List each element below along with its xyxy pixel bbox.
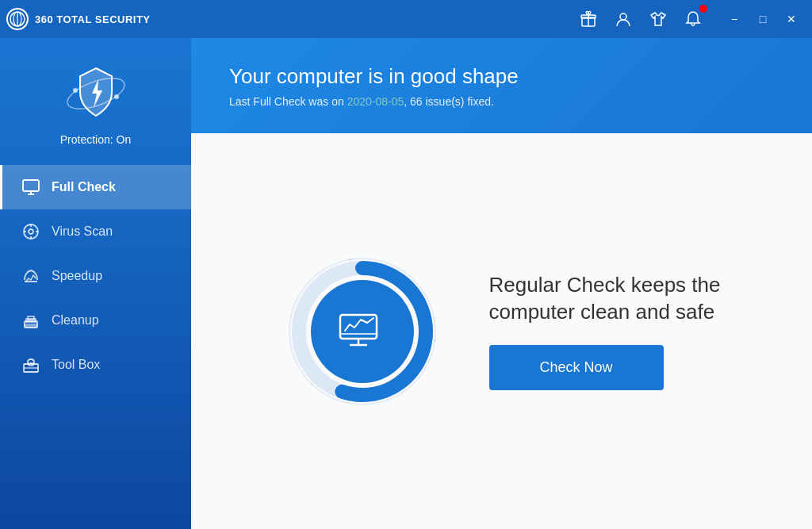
maximize-button[interactable]: □ <box>752 8 774 30</box>
cleanup-icon <box>21 311 40 330</box>
tagline-line1: Regular Check keeps the <box>489 273 721 297</box>
app-logo-icon <box>6 8 29 30</box>
protection-status: Protection: On <box>60 133 132 146</box>
notification-icon-btn[interactable] <box>682 8 704 30</box>
donut-inner-circle <box>311 280 414 383</box>
title-bar: 360 TOTAL SECURITY <box>0 0 812 38</box>
svg-rect-10 <box>23 180 39 191</box>
minimize-button[interactable]: − <box>723 8 745 30</box>
header-subtitle: Last Full Check was on 2020-08-05, 66 is… <box>229 95 774 108</box>
nav-toolbox-label: Tool Box <box>52 358 100 372</box>
svg-rect-21 <box>28 316 34 320</box>
sidebar-item-cleanup[interactable]: Cleanup <box>0 298 191 343</box>
nav-speedup-label: Speedup <box>52 269 102 283</box>
main-content: Regular Check keeps the computer clean a… <box>191 133 812 529</box>
header-title: Your computer is in good shape <box>229 64 774 89</box>
nav-virus-scan-label: Virus Scan <box>52 224 113 239</box>
subtitle-prefix: Last Full Check was on <box>229 95 347 108</box>
subtitle-suffix: , 66 issue(s) fixed. <box>404 95 494 108</box>
gift-icon-btn[interactable] <box>577 8 599 30</box>
shield-icon <box>64 62 128 125</box>
last-check-date: 2020-08-05 <box>347 95 404 108</box>
svg-rect-31 <box>340 315 377 339</box>
donut-chart <box>283 252 442 411</box>
window-controls: − □ ✕ <box>723 8 802 30</box>
content-area: Your computer is in good shape Last Full… <box>191 38 812 529</box>
user-icon-btn[interactable] <box>612 8 634 30</box>
sidebar-logo: Protection: On <box>0 38 191 165</box>
main-container: Protection: On Full Check <box>0 38 812 529</box>
title-bar-right: − □ ✕ <box>577 8 802 30</box>
svg-point-14 <box>29 229 33 234</box>
sidebar-item-virus-scan[interactable]: Virus Scan <box>0 209 191 254</box>
svg-point-9 <box>114 94 119 99</box>
virus-scan-icon <box>21 222 40 241</box>
monitor-icon <box>21 178 40 197</box>
sidebar: Protection: On Full Check <box>0 38 191 529</box>
app-title: 360 TOTAL SECURITY <box>35 13 151 25</box>
toolbox-icon <box>21 355 40 374</box>
sidebar-item-toolbox[interactable]: Tool Box <box>0 343 191 387</box>
svg-point-8 <box>73 88 78 93</box>
svg-point-6 <box>620 13 626 20</box>
sidebar-item-speedup[interactable]: Speedup <box>0 254 191 298</box>
speedup-icon <box>21 266 40 286</box>
nav-cleanup-label: Cleanup <box>52 313 99 328</box>
tshirt-icon-btn[interactable] <box>647 8 669 30</box>
sidebar-item-full-check[interactable]: Full Check <box>0 165 191 209</box>
notification-badge <box>699 5 707 13</box>
right-content: Regular Check keeps the computer clean a… <box>489 272 721 390</box>
nav-full-check-label: Full Check <box>52 180 116 194</box>
header-banner: Your computer is in good shape Last Full… <box>191 38 812 133</box>
tagline-line2: computer clean and safe <box>489 300 715 324</box>
title-bar-left: 360 TOTAL SECURITY <box>6 8 151 30</box>
close-button[interactable]: ✕ <box>780 8 802 30</box>
check-now-button[interactable]: Check Now <box>489 345 664 390</box>
check-tagline: Regular Check keeps the computer clean a… <box>489 272 721 326</box>
